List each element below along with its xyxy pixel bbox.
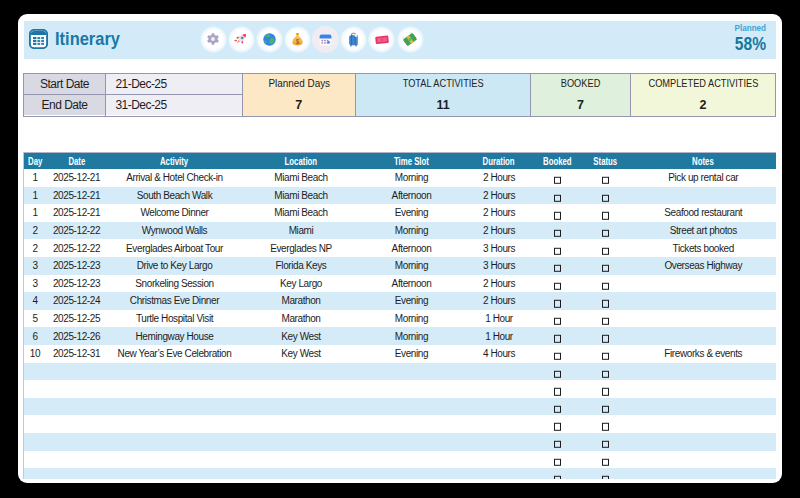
svg-text:$: $ — [296, 37, 300, 45]
